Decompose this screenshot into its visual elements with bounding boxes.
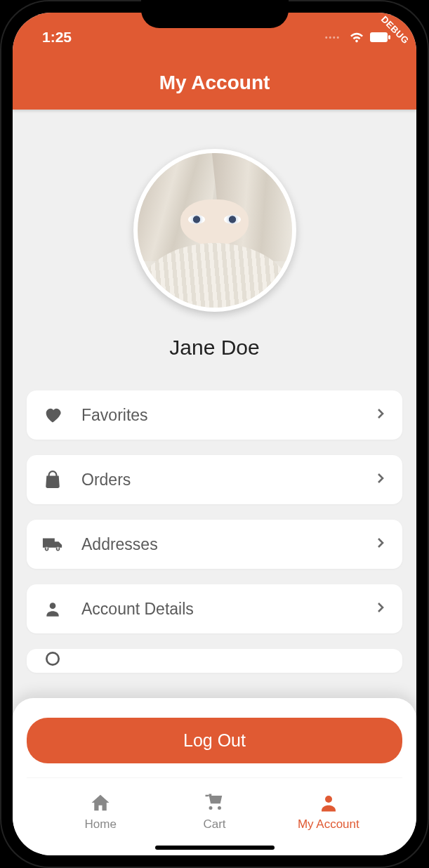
menu-label: Account Details (81, 600, 356, 619)
menu-list: Favorites Orders (27, 390, 402, 673)
person-icon (42, 598, 63, 619)
tab-label: My Account (298, 817, 359, 831)
status-time: 1:25 (42, 29, 72, 46)
tab-bar: Home Cart My Account (27, 777, 402, 839)
svg-point-4 (50, 603, 56, 609)
svg-point-5 (46, 652, 58, 664)
cart-icon (204, 792, 225, 813)
home-indicator[interactable] (155, 846, 275, 850)
svg-point-3 (57, 548, 58, 549)
svg-point-6 (325, 796, 332, 803)
svg-rect-1 (388, 35, 390, 39)
menu-item-addresses[interactable]: Addresses (27, 520, 402, 569)
menu-item-partial[interactable] (27, 649, 402, 673)
svg-point-2 (46, 548, 47, 549)
menu-label: Addresses (81, 535, 356, 554)
device-notch (141, 0, 289, 28)
menu-item-orders[interactable]: Orders (27, 455, 402, 504)
user-name: Jane Doe (169, 336, 259, 360)
truck-icon (42, 534, 63, 555)
tab-my-account[interactable]: My Account (272, 792, 385, 831)
chevron-right-icon (374, 537, 387, 552)
signal-dots-icon: •••• (325, 34, 341, 41)
logout-button[interactable]: Log Out (27, 718, 402, 763)
status-icons: •••• (325, 31, 391, 44)
chevron-right-icon (374, 407, 387, 423)
tab-home[interactable]: Home (44, 792, 157, 831)
menu-item-account-details[interactable]: Account Details (27, 584, 402, 633)
tab-label: Home (84, 817, 116, 831)
avatar-image (138, 153, 292, 308)
heart-icon (42, 405, 63, 426)
tab-cart[interactable]: Cart (157, 792, 271, 831)
phone-frame: DEBUG 1:25 •••• My Account (0, 0, 429, 868)
svg-rect-0 (370, 32, 388, 42)
menu-label: Favorites (81, 406, 356, 425)
account-icon (318, 792, 339, 813)
bag-icon (42, 469, 63, 490)
tab-label: Cart (203, 817, 225, 831)
screen: DEBUG 1:25 •••• My Account (13, 13, 416, 855)
battery-icon (370, 32, 391, 43)
menu-item-favorites[interactable]: Favorites (27, 390, 402, 440)
chevron-right-icon (374, 601, 387, 617)
avatar[interactable] (133, 149, 296, 312)
menu-label: Orders (81, 471, 356, 489)
wifi-icon (349, 31, 364, 44)
unknown-icon (42, 649, 63, 669)
page-title: My Account (13, 48, 416, 94)
home-icon (90, 792, 111, 813)
content-scroll[interactable]: Jane Doe Favorites Orders (13, 110, 416, 698)
bottom-sheet: Log Out Home Cart My Account (13, 698, 416, 855)
chevron-right-icon (374, 472, 387, 487)
